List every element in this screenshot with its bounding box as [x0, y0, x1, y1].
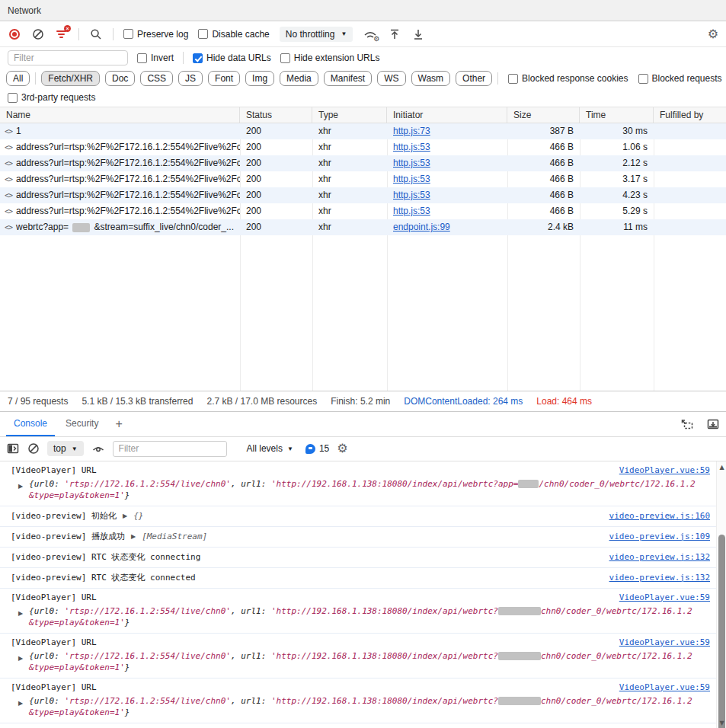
hide-data-urls-checkbox[interactable]: Hide data URLs [193, 53, 271, 63]
finish-time: Finish: 5.2 min [331, 396, 390, 407]
console-sidebar-icon[interactable] [6, 442, 20, 455]
third-party-row: 3rd-party requests [0, 88, 726, 107]
preview-text: /chn0/coder_0/webrtc/172.16.1.2 [539, 479, 695, 489]
filter-chip-media[interactable]: Media [280, 71, 318, 86]
filter-chip-js[interactable]: JS [178, 71, 203, 86]
initiator-link[interactable]: http.js:53 [393, 206, 430, 216]
expand-triangle-icon[interactable]: ▶ [131, 533, 136, 540]
filter-chip-css[interactable]: CSS [140, 71, 173, 86]
table-row[interactable]: <>address?url=rtsp:%2F%2F172.16.1.2:554%… [0, 203, 726, 219]
status-cell: 200 [240, 171, 312, 187]
console-filter-input[interactable] [113, 441, 227, 457]
scroll-down-icon[interactable]: ▼ [717, 720, 726, 726]
expand-triangle-icon[interactable]: ▶ [18, 653, 23, 664]
initiator-link[interactable]: http.js:53 [393, 190, 430, 200]
source-link[interactable]: video-preview.js:132 [609, 552, 710, 562]
filter-chip-img[interactable]: Img [245, 71, 274, 86]
initiator-link[interactable]: http.js:73 [393, 126, 430, 136]
expand-triangle-icon[interactable]: ▶ [123, 512, 127, 519]
initiator-link[interactable]: http.js:53 [393, 158, 430, 168]
settings-gear-icon[interactable]: ⚙ [708, 28, 718, 40]
checkbox-icon[interactable] [638, 74, 648, 84]
hide-extension-urls-checkbox[interactable]: Hide extension URLs [280, 53, 380, 63]
source-link[interactable]: VideoPlayer.vue:59 [619, 682, 710, 692]
preview-text: { [29, 696, 34, 706]
scrollbar-thumb[interactable] [718, 535, 725, 728]
column-header-name[interactable]: Name [0, 107, 240, 123]
checkbox-icon[interactable] [508, 74, 518, 84]
preview-line-1: {url0: 'rtsp://172.16.1.2:554/live/chn0'… [29, 605, 710, 617]
preview-text: : [261, 479, 271, 489]
filter-chip-all[interactable]: All [6, 71, 30, 86]
live-expression-eye-icon[interactable] [91, 443, 105, 455]
add-drawer-tab-button[interactable]: + [109, 417, 128, 431]
console-clear-icon[interactable] [27, 442, 40, 455]
checkbox-checked-icon[interactable] [193, 53, 203, 63]
source-link[interactable]: video-preview.js:109 [609, 532, 710, 541]
checkbox-icon[interactable] [137, 53, 147, 63]
expand-triangle-icon[interactable]: ▶ [18, 608, 23, 619]
source-link[interactable]: VideoPlayer.vue:59 [619, 637, 710, 647]
invert-checkbox[interactable]: Invert [137, 53, 174, 63]
source-link[interactable]: video-preview.js:160 [609, 511, 710, 521]
blocked-cookies-checkbox[interactable]: Blocked response cookies [508, 73, 628, 84]
initiator-link[interactable]: http.js:53 [393, 174, 430, 184]
table-row[interactable]: <>webrtc?app=&stream=suffix_live/chn0/co… [0, 219, 726, 235]
checkbox-icon[interactable] [198, 29, 208, 39]
dock-bottom-icon[interactable] [706, 418, 720, 430]
checkbox-icon[interactable] [280, 53, 290, 63]
network-filter-input[interactable] [8, 50, 128, 65]
table-row[interactable]: <>address?url=rtsp:%2F%2F172.16.1.2:554%… [0, 187, 726, 203]
filter-chip-other[interactable]: Other [456, 71, 492, 86]
disable-cache-checkbox[interactable]: Disable cache [198, 29, 269, 40]
network-panel-title: Network [8, 5, 41, 16]
table-row[interactable]: <>address?url=rtsp:%2F%2F172.16.1.2:554%… [0, 171, 726, 187]
scroll-up-icon[interactable]: ▲ [717, 464, 726, 471]
filter-chip-manifest[interactable]: Manifest [324, 71, 372, 86]
console-settings-gear-icon[interactable]: ⚙ [337, 442, 347, 455]
column-header-fulfilled-by[interactable]: Fulfilled by [654, 107, 726, 123]
third-party-checkbox[interactable]: 3rd-party requests [8, 92, 95, 103]
context-selector[interactable]: top ▼ [47, 441, 84, 456]
column-header-initiator[interactable]: Initiator [387, 107, 507, 123]
checkbox-icon[interactable] [8, 93, 18, 103]
import-har-button[interactable] [388, 27, 401, 41]
source-link[interactable]: video-preview.js:132 [609, 573, 710, 583]
undock-icon[interactable] [680, 418, 694, 430]
filter-chip-fetch-xhr[interactable]: Fetch/XHR [41, 71, 100, 86]
column-header-time[interactable]: Time [580, 107, 654, 123]
source-link[interactable]: VideoPlayer.vue:59 [619, 592, 710, 602]
message-count-indicator[interactable]: 15 [305, 443, 329, 454]
column-header-type[interactable]: Type [312, 107, 387, 123]
filter-chip-doc[interactable]: Doc [105, 71, 135, 86]
table-row[interactable]: <>address?url=rtsp:%2F%2F172.16.1.2:554%… [0, 155, 726, 171]
log-levels-dropdown[interactable]: All levels ▼ [247, 443, 293, 454]
tab-console[interactable]: Console [6, 411, 55, 436]
column-header-status[interactable]: Status [240, 107, 312, 123]
record-button[interactable] [8, 27, 21, 41]
clear-button[interactable] [31, 27, 45, 41]
console-scrollbar[interactable]: ▲ ▼ [716, 461, 726, 728]
table-row[interactable]: <>1200xhrhttp.js:73387 B30 ms [0, 123, 726, 139]
expand-triangle-icon[interactable]: ▶ [18, 481, 23, 492]
third-party-label: 3rd-party requests [21, 92, 95, 103]
search-button[interactable] [89, 27, 103, 41]
source-link[interactable]: VideoPlayer.vue:59 [619, 465, 710, 475]
export-har-button[interactable] [411, 27, 425, 41]
initiator-link[interactable]: endpoint.js:99 [393, 222, 450, 232]
filter-chip-ws[interactable]: WS [377, 71, 405, 86]
network-conditions-button[interactable]: ⚙ [363, 27, 378, 41]
preserve-log-checkbox[interactable]: Preserve log [123, 29, 188, 40]
tab-security[interactable]: Security [58, 411, 106, 436]
filter-chip-font[interactable]: Font [208, 71, 240, 86]
blocked-requests-checkbox[interactable]: Blocked requests [638, 73, 722, 84]
throttling-dropdown[interactable]: No throttling ▼ [280, 27, 353, 42]
checkbox-icon[interactable] [123, 29, 133, 39]
chevron-down-icon: ▼ [72, 445, 78, 452]
expand-triangle-icon[interactable]: ▶ [18, 698, 23, 709]
filter-toggle-button[interactable]: × [55, 27, 69, 41]
initiator-link[interactable]: http.js:53 [393, 142, 430, 152]
filter-chip-wasm[interactable]: Wasm [411, 71, 451, 86]
table-row[interactable]: <>address?url=rtsp:%2F%2F172.16.1.2:554%… [0, 139, 726, 155]
column-header-size[interactable]: Size [507, 107, 580, 123]
